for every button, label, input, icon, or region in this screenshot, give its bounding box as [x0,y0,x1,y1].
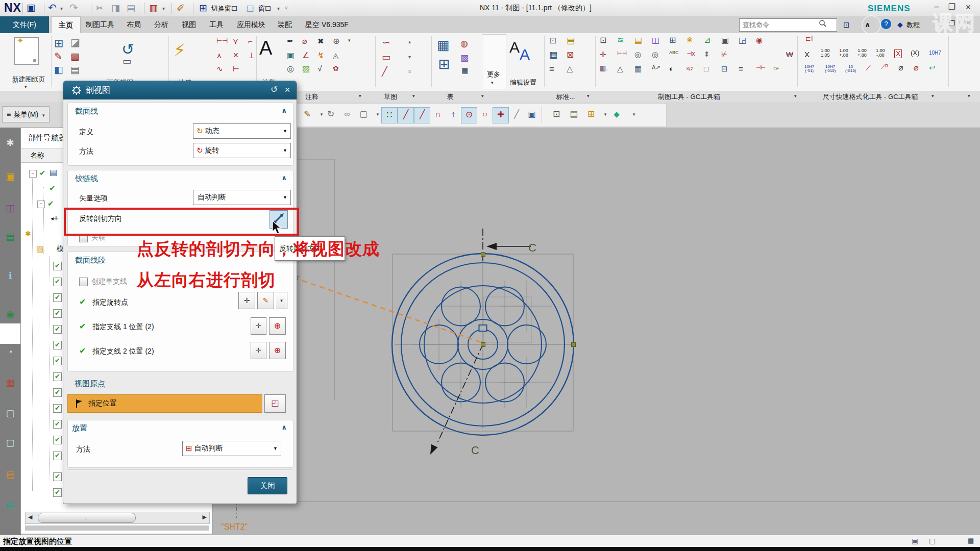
tab-布局[interactable]: 布局 [119,16,148,33]
ribbon-icon[interactable]: X [894,49,902,58]
ribbon-icon[interactable]: 10 (·015) [845,65,856,73]
ribbon-icon[interactable]: ╱ [382,67,387,77]
more-caret-icon[interactable]: ▾ [491,80,494,85]
ribbon-icon[interactable]: ▣ [287,52,295,60]
tree-checkbox[interactable]: ✔ [53,357,62,365]
more-button[interactable]: 更多 [482,70,505,79]
tree-check-icon[interactable]: ✔ [49,184,56,192]
tree-check-icon[interactable]: ✔ [39,169,46,177]
edit-settings-icon2[interactable]: A [520,46,530,63]
group-caret-icon[interactable]: ▾ [359,93,361,98]
edit-settings-button[interactable]: 编辑设置 [503,78,544,87]
ribbon-icon[interactable]: 10H7 [929,51,941,56]
ribbon-icon[interactable]: ⊢⊣ [617,51,627,57]
ribbon-icon[interactable]: ▾ [408,55,411,60]
new-sheet-caret-icon[interactable]: ▾ [24,84,27,89]
ribbon-icon[interactable]: 1.00 +.88 [857,48,867,58]
ribbon-icon[interactable]: X [804,51,810,59]
palette-icon[interactable]: ▢ [0,404,20,422]
snap-icon[interactable]: ╱ [414,107,430,123]
snap-icon[interactable]: ⊡ [549,107,564,122]
ribbon-icon[interactable]: □ [704,65,708,73]
window-icon[interactable]: ◻ [246,3,254,13]
window-menu-button[interactable]: 窗口 [258,4,272,13]
ribbon-icon[interactable]: ◧ [54,65,63,75]
snap-icon[interactable]: ╱ [398,107,414,123]
tree-checkbox[interactable]: ✔ [53,278,62,286]
place-view-button[interactable]: ◰ [264,394,286,413]
new-sheet-icon[interactable]: ✦ ≡ [14,37,39,65]
paste-icon[interactable]: ▤ [127,4,135,13]
tree-expander[interactable]: − [37,201,45,208]
ribbon-icon[interactable]: (X) [911,49,919,57]
info-icon[interactable]: ℹ [0,266,20,285]
snap-icon[interactable]: ╱ [509,107,524,122]
tab-视图[interactable]: 视图 [175,16,203,33]
ribbon-icon[interactable]: ◫ [652,36,659,45]
ribbon-icon[interactable]: ⊡ [600,36,606,45]
ribbon-icon[interactable]: ↯ [317,52,324,60]
ribbon-icon[interactable]: ▣ [721,36,729,45]
group-label[interactable]: 标准... [545,92,586,102]
snap-icon[interactable]: ∷ [381,107,398,123]
ribbon-icon[interactable]: ↩ [929,64,936,72]
placement-method-dropdown[interactable]: ⊞ 自动判断 ▼ [182,441,281,456]
ribbon-icon[interactable]: ⊠ [567,51,574,60]
tree-checkbox[interactable]: ✔ [53,372,62,381]
resource-active-tab[interactable] [0,323,20,344]
tutorial-button[interactable]: 教程 [906,20,920,30]
assembly-navigator-icon[interactable]: ▣ [0,167,20,186]
group-header[interactable]: 铰链线 [75,174,98,184]
tree-checkbox[interactable]: ✔ [53,325,62,334]
ribbon-icon[interactable]: ▩ [70,52,80,62]
tree-checkbox[interactable]: ✔ [53,309,62,318]
ribbon-icon[interactable]: ⋎ [233,37,238,45]
tab-主页[interactable]: 主页 [51,16,81,34]
snap-icon[interactable]: ▢ [356,107,371,122]
tree-checkbox[interactable]: ✔ [53,341,62,349]
tab-装配[interactable]: 装配 [271,16,299,33]
ribbon-icon[interactable]: ◎ [634,51,641,59]
group-caret-icon[interactable]: ▾ [412,93,415,98]
ribbon-icon[interactable]: ∽ [382,37,390,48]
tree-checkbox[interactable]: ✔ [53,388,62,397]
ribbon-icon[interactable]: ⊣⊢ [756,65,766,71]
group-caret-icon[interactable]: ▾ [481,93,484,98]
ribbon-icon[interactable]: ▤ [567,36,575,45]
touch-icon[interactable]: ✐ [177,3,185,13]
ribbon-icon[interactable]: ▦ [461,67,468,74]
ribbon-icon[interactable]: ▤ [634,36,642,45]
ribbon-icon[interactable]: ▨ [302,65,310,73]
ribbon-icon[interactable]: ✖ [317,37,324,45]
tab-应用模块[interactable]: 应用模块 [230,16,273,33]
specify-location-row[interactable]: 指定位置 [67,394,262,413]
group-header[interactable]: 放置 [72,423,87,433]
edit-settings-icon[interactable]: A [509,39,520,56]
switch-window-button[interactable]: 切换窗口 [211,4,238,13]
scroll-left-icon[interactable]: ◀ [28,514,32,520]
leg2-target-button[interactable]: ⊕ [269,342,286,359]
ribbon-icon[interactable]: ❀ [687,36,693,44]
tree-checkbox[interactable]: ✔ [53,452,62,460]
ribbon-icon[interactable]: ≡ [739,65,743,73]
dialog-reset-icon[interactable]: ↺ [268,84,280,95]
vector-dropdown[interactable]: 自动判断 ▼ [193,190,291,205]
tree-node-icon[interactable]: ✱ [25,230,31,237]
folder2-icon[interactable]: ▤ [0,496,20,514]
ribbon-icon[interactable]: ▦ [437,38,450,52]
group-caret-icon[interactable]: ▾ [932,93,934,98]
ribbon-icon[interactable]: ≋ [617,36,624,45]
tree-checkbox[interactable]: ✔ [53,404,62,413]
ribbon-icon[interactable]: ⊢⊣ [216,37,228,44]
group-caret-icon[interactable]: ▾ [794,93,797,98]
method-dropdown[interactable]: ↻ 旋转 ▼ [193,143,291,158]
tree-checkbox[interactable]: ✔ [53,472,62,481]
group-header[interactable]: 视图原点 [75,379,105,389]
group-label[interactable]: 注释 [291,92,332,102]
snap-icon[interactable]: ⊙ [461,107,477,123]
ribbon-icon[interactable]: ⇞ [704,51,710,58]
ribbon-icon[interactable]: ⌀ [914,64,919,72]
snap-icon[interactable]: ↑ [446,107,461,122]
ribbon-icon[interactable]: ◪ [70,37,80,48]
customize-caret-icon[interactable]: ▿ [285,5,288,11]
